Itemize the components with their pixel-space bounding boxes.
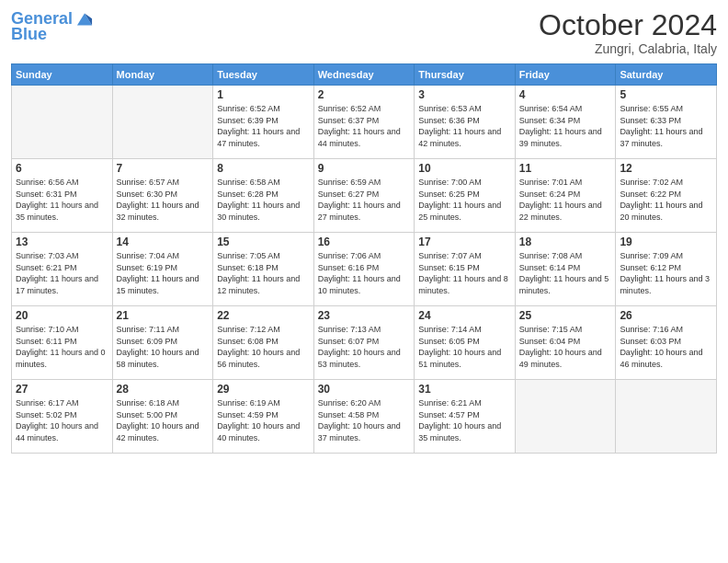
calendar-cell: 15Sunrise: 7:05 AM Sunset: 6:18 PM Dayli…: [213, 233, 314, 306]
calendar-cell: 3Sunrise: 6:53 AM Sunset: 6:36 PM Daylig…: [415, 86, 516, 159]
day-info: Sunrise: 6:57 AM Sunset: 6:30 PM Dayligh…: [117, 177, 210, 223]
day-info: Sunrise: 6:52 AM Sunset: 6:39 PM Dayligh…: [217, 103, 310, 149]
day-number: 25: [519, 309, 612, 322]
week-row-4: 20Sunrise: 7:10 AM Sunset: 6:11 PM Dayli…: [12, 306, 717, 380]
day-number: 2: [318, 88, 411, 101]
day-number: 23: [318, 309, 411, 322]
calendar-cell: 4Sunrise: 6:54 AM Sunset: 6:34 PM Daylig…: [515, 86, 616, 159]
calendar-cell: 2Sunrise: 6:52 AM Sunset: 6:37 PM Daylig…: [313, 86, 415, 159]
logo-icon: [74, 9, 95, 29]
calendar-cell: 18Sunrise: 7:08 AM Sunset: 6:14 PM Dayli…: [515, 233, 616, 306]
calendar-cell: 26Sunrise: 7:16 AM Sunset: 6:03 PM Dayli…: [616, 306, 717, 380]
day-info: Sunrise: 7:12 AM Sunset: 6:08 PM Dayligh…: [217, 324, 310, 370]
header-day-thursday: Thursday: [415, 64, 516, 86]
day-number: 21: [117, 309, 210, 322]
day-info: Sunrise: 7:11 AM Sunset: 6:09 PM Dayligh…: [117, 324, 210, 370]
day-number: 4: [519, 88, 612, 101]
day-number: 24: [418, 309, 511, 322]
header-day-sunday: Sunday: [12, 64, 113, 86]
day-info: Sunrise: 7:13 AM Sunset: 6:07 PM Dayligh…: [318, 324, 411, 370]
header-day-friday: Friday: [515, 64, 616, 86]
day-info: Sunrise: 7:16 AM Sunset: 6:03 PM Dayligh…: [620, 324, 712, 370]
day-info: Sunrise: 7:03 AM Sunset: 6:21 PM Dayligh…: [16, 250, 108, 296]
day-number: 15: [217, 236, 310, 248]
calendar-cell: 12Sunrise: 7:02 AM Sunset: 6:22 PM Dayli…: [616, 159, 717, 233]
day-info: Sunrise: 6:52 AM Sunset: 6:37 PM Dayligh…: [318, 103, 411, 149]
day-number: 19: [620, 236, 712, 248]
day-info: Sunrise: 6:20 AM Sunset: 4:58 PM Dayligh…: [318, 397, 411, 443]
main-container: General Blue October 2024 Zungri, Calabr…: [0, 0, 728, 461]
day-number: 9: [318, 162, 411, 175]
logo: General Blue: [11, 9, 95, 44]
calendar-cell: 27Sunrise: 6:17 AM Sunset: 5:02 PM Dayli…: [12, 380, 113, 454]
day-number: 20: [16, 309, 108, 322]
day-number: 27: [16, 383, 108, 396]
logo-text-blue: Blue: [11, 26, 47, 44]
day-info: Sunrise: 7:09 AM Sunset: 6:12 PM Dayligh…: [620, 250, 712, 296]
day-info: Sunrise: 7:02 AM Sunset: 6:22 PM Dayligh…: [620, 177, 712, 223]
calendar-cell: 28Sunrise: 6:18 AM Sunset: 5:00 PM Dayli…: [112, 380, 213, 454]
calendar-cell: 6Sunrise: 6:56 AM Sunset: 6:31 PM Daylig…: [12, 159, 113, 233]
header-day-wednesday: Wednesday: [313, 64, 415, 86]
day-number: 5: [620, 88, 712, 101]
day-info: Sunrise: 6:18 AM Sunset: 5:00 PM Dayligh…: [117, 397, 210, 443]
header-day-monday: Monday: [112, 64, 213, 86]
day-info: Sunrise: 6:17 AM Sunset: 5:02 PM Dayligh…: [16, 397, 108, 443]
day-info: Sunrise: 6:53 AM Sunset: 6:36 PM Dayligh…: [418, 103, 511, 149]
calendar-cell: [515, 380, 616, 454]
day-number: 11: [519, 162, 612, 175]
day-info: Sunrise: 7:14 AM Sunset: 6:05 PM Dayligh…: [418, 324, 511, 370]
calendar-cell: 14Sunrise: 7:04 AM Sunset: 6:19 PM Dayli…: [112, 233, 213, 306]
calendar-cell: 11Sunrise: 7:01 AM Sunset: 6:24 PM Dayli…: [515, 159, 616, 233]
calendar-cell: 24Sunrise: 7:14 AM Sunset: 6:05 PM Dayli…: [415, 306, 516, 380]
week-row-2: 6Sunrise: 6:56 AM Sunset: 6:31 PM Daylig…: [12, 159, 717, 233]
day-info: Sunrise: 7:05 AM Sunset: 6:18 PM Dayligh…: [217, 250, 310, 296]
day-info: Sunrise: 6:21 AM Sunset: 4:57 PM Dayligh…: [418, 397, 511, 443]
day-number: 30: [318, 383, 411, 396]
calendar-cell: 5Sunrise: 6:55 AM Sunset: 6:33 PM Daylig…: [616, 86, 717, 159]
calendar-cell: 9Sunrise: 6:59 AM Sunset: 6:27 PM Daylig…: [313, 159, 415, 233]
calendar-cell: [112, 86, 213, 159]
week-row-1: 1Sunrise: 6:52 AM Sunset: 6:39 PM Daylig…: [12, 86, 717, 159]
day-info: Sunrise: 7:10 AM Sunset: 6:11 PM Dayligh…: [16, 324, 108, 370]
header: General Blue October 2024 Zungri, Calabr…: [11, 9, 717, 56]
calendar-table: SundayMondayTuesdayWednesdayThursdayFrid…: [11, 63, 717, 454]
day-info: Sunrise: 7:06 AM Sunset: 6:16 PM Dayligh…: [318, 250, 411, 296]
day-number: 8: [217, 162, 310, 175]
calendar-cell: 19Sunrise: 7:09 AM Sunset: 6:12 PM Dayli…: [616, 233, 717, 306]
calendar-cell: 22Sunrise: 7:12 AM Sunset: 6:08 PM Dayli…: [213, 306, 314, 380]
calendar-cell: 17Sunrise: 7:07 AM Sunset: 6:15 PM Dayli…: [415, 233, 516, 306]
calendar-cell: [12, 86, 113, 159]
day-number: 12: [620, 162, 712, 175]
day-number: 1: [217, 88, 310, 101]
calendar-cell: 16Sunrise: 7:06 AM Sunset: 6:16 PM Dayli…: [313, 233, 415, 306]
day-info: Sunrise: 7:08 AM Sunset: 6:14 PM Dayligh…: [519, 250, 612, 296]
calendar-cell: [616, 380, 717, 454]
day-number: 18: [519, 236, 612, 248]
calendar-cell: 10Sunrise: 7:00 AM Sunset: 6:25 PM Dayli…: [415, 159, 516, 233]
day-number: 22: [217, 309, 310, 322]
calendar-cell: 20Sunrise: 7:10 AM Sunset: 6:11 PM Dayli…: [12, 306, 113, 380]
calendar-cell: 7Sunrise: 6:57 AM Sunset: 6:30 PM Daylig…: [112, 159, 213, 233]
day-number: 7: [117, 162, 210, 175]
day-number: 13: [16, 236, 108, 248]
calendar-cell: 13Sunrise: 7:03 AM Sunset: 6:21 PM Dayli…: [12, 233, 113, 306]
day-number: 31: [418, 383, 511, 396]
day-info: Sunrise: 7:15 AM Sunset: 6:04 PM Dayligh…: [519, 324, 612, 370]
day-number: 29: [217, 383, 310, 396]
day-info: Sunrise: 7:07 AM Sunset: 6:15 PM Dayligh…: [418, 250, 511, 296]
week-row-5: 27Sunrise: 6:17 AM Sunset: 5:02 PM Dayli…: [12, 380, 717, 454]
calendar-cell: 8Sunrise: 6:58 AM Sunset: 6:28 PM Daylig…: [213, 159, 314, 233]
calendar-cell: 25Sunrise: 7:15 AM Sunset: 6:04 PM Dayli…: [515, 306, 616, 380]
day-number: 10: [418, 162, 511, 175]
day-number: 16: [318, 236, 411, 248]
day-info: Sunrise: 7:00 AM Sunset: 6:25 PM Dayligh…: [418, 177, 511, 223]
day-info: Sunrise: 7:04 AM Sunset: 6:19 PM Dayligh…: [117, 250, 210, 296]
title-section: October 2024 Zungri, Calabria, Italy: [539, 9, 717, 56]
month-title: October 2024: [539, 9, 717, 41]
day-number: 26: [620, 309, 712, 322]
day-info: Sunrise: 6:58 AM Sunset: 6:28 PM Dayligh…: [217, 177, 310, 223]
day-number: 3: [418, 88, 511, 101]
day-info: Sunrise: 6:56 AM Sunset: 6:31 PM Dayligh…: [16, 177, 108, 223]
day-info: Sunrise: 6:59 AM Sunset: 6:27 PM Dayligh…: [318, 177, 411, 223]
